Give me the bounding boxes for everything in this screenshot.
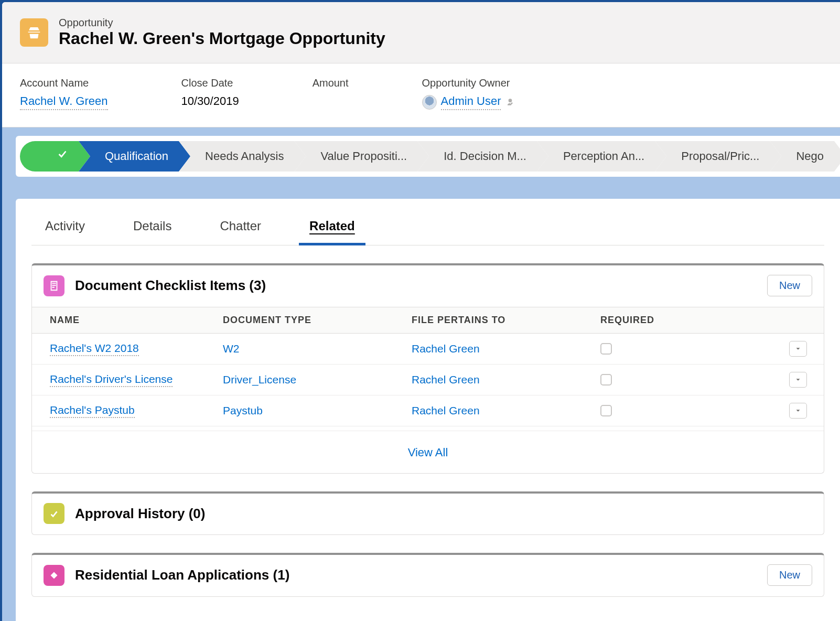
- card-loan-applications: Residential Loan Applications (1) New: [31, 553, 824, 597]
- stage-3[interactable]: Value Propositi...: [295, 141, 429, 172]
- field-close-date: Close Date 10/30/2019: [181, 77, 239, 110]
- field-label: Amount: [313, 77, 349, 89]
- table-row: Rachel's Driver's LicenseDriver_LicenseR…: [32, 365, 824, 395]
- row-actions-menu[interactable]: [789, 341, 807, 357]
- row-actions-menu[interactable]: [789, 403, 807, 419]
- view-all-link[interactable]: View All: [32, 431, 824, 473]
- col-required: REQUIRED: [600, 315, 789, 326]
- new-loan-button[interactable]: New: [767, 564, 812, 586]
- card-title: Residential Loan Applications (1): [75, 567, 289, 583]
- required-checkbox: [600, 405, 612, 416]
- row-doctype-link[interactable]: W2: [223, 342, 412, 355]
- field-account: Account Name Rachel W. Green: [20, 77, 108, 110]
- col-doc-type: DOCUMENT TYPE: [223, 315, 412, 326]
- row-name-link[interactable]: Rachel's W2 2018: [50, 342, 139, 356]
- chevron-down-icon: [794, 376, 802, 383]
- card-document-checklist: Document Checklist Items (3) New NAME DO…: [31, 263, 824, 474]
- loan-app-icon: [44, 565, 64, 586]
- table-header: NAME DOCUMENT TYPE FILE PERTAINS TO REQU…: [32, 307, 824, 334]
- new-checklist-button[interactable]: New: [767, 275, 812, 296]
- stage-0[interactable]: [20, 141, 90, 172]
- field-label: Close Date: [181, 77, 239, 89]
- opportunity-icon: [20, 18, 48, 47]
- account-link[interactable]: Rachel W. Green: [20, 94, 108, 110]
- stage-4[interactable]: Id. Decision M...: [417, 141, 548, 172]
- stage-2[interactable]: Needs Analysis: [179, 141, 306, 172]
- record-header: Opportunity Rachel W. Green's Mortgage O…: [2, 2, 840, 63]
- stage-1[interactable]: Qualification: [79, 141, 190, 172]
- row-name-link[interactable]: Rachel's Paystub: [50, 404, 135, 418]
- card-title: Approval History (0): [75, 506, 206, 522]
- card-approval-history: Approval History (0): [31, 491, 824, 535]
- required-checkbox: [600, 374, 612, 386]
- required-checkbox: [600, 343, 612, 355]
- object-label: Opportunity: [59, 17, 385, 29]
- approval-icon: [44, 503, 64, 524]
- highlight-fields: Account Name Rachel W. Green Close Date …: [2, 63, 840, 127]
- check-icon: [57, 148, 68, 160]
- tab-activity[interactable]: Activity: [42, 213, 88, 245]
- chevron-down-icon: [794, 407, 802, 414]
- owner-link[interactable]: Admin User: [441, 94, 501, 110]
- table-row: Rachel's W2 2018W2Rachel Green: [32, 334, 824, 365]
- row-doctype-link[interactable]: Driver_License: [223, 373, 412, 386]
- row-pertains-link[interactable]: Rachel Green: [412, 373, 600, 386]
- field-label: Opportunity Owner: [422, 77, 516, 89]
- chevron-down-icon: [794, 345, 802, 352]
- stage-5[interactable]: Perception An...: [537, 141, 666, 172]
- col-name: NAME: [50, 315, 223, 326]
- field-amount: Amount: [313, 77, 349, 110]
- tab-chatter[interactable]: Chatter: [217, 213, 264, 245]
- tab-related[interactable]: Related: [306, 213, 358, 245]
- owner-avatar-icon: [422, 95, 437, 110]
- record-tabs: ActivityDetailsChatterRelated: [31, 209, 824, 245]
- row-pertains-link[interactable]: Rachel Green: [412, 404, 600, 417]
- table-row: Rachel's PaystubPaystubRachel Green: [32, 395, 824, 426]
- svg-rect-0: [51, 572, 58, 579]
- sales-path: QualificationNeeds AnalysisValue Proposi…: [2, 127, 840, 185]
- record-title: Rachel W. Green's Mortgage Opportunity: [59, 29, 385, 48]
- field-label: Account Name: [20, 77, 108, 89]
- row-actions-menu[interactable]: [789, 372, 807, 388]
- change-owner-icon[interactable]: [505, 97, 515, 108]
- field-owner: Opportunity Owner Admin User: [422, 77, 516, 110]
- col-pertains: FILE PERTAINS TO: [412, 315, 600, 326]
- stage-6[interactable]: Proposal/Pric...: [655, 141, 781, 172]
- row-doctype-link[interactable]: Paystub: [223, 404, 412, 417]
- close-date-value: 10/30/2019: [181, 94, 239, 108]
- checklist-icon: [44, 275, 64, 296]
- card-title: Document Checklist Items (3): [75, 277, 266, 294]
- row-name-link[interactable]: Rachel's Driver's License: [50, 373, 173, 387]
- row-pertains-link[interactable]: Rachel Green: [412, 342, 600, 355]
- tab-details[interactable]: Details: [130, 213, 175, 245]
